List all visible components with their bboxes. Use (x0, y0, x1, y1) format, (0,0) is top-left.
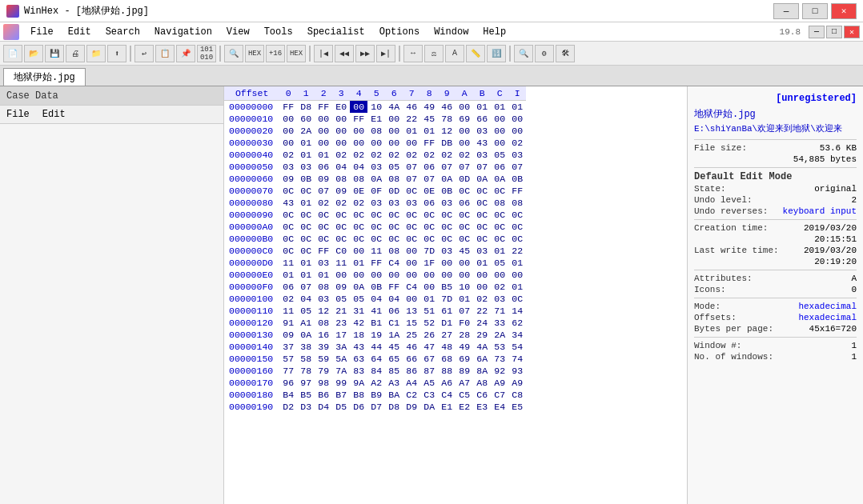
hex-cell[interactable]: 53 (491, 341, 508, 353)
hex-cell[interactable]: 00 (385, 137, 403, 149)
hex-cell[interactable]: 14 (508, 305, 526, 317)
hex-cell[interactable]: E1 (367, 113, 385, 125)
hex-cell[interactable]: 01 (420, 293, 438, 305)
menu-navigation[interactable]: Navigation (148, 25, 219, 39)
hex-cell[interactable]: 0C (297, 209, 315, 221)
minimize-button[interactable]: — (773, 3, 799, 19)
hex-cell[interactable]: 0C (438, 221, 456, 233)
hex-cell[interactable]: 22 (473, 305, 491, 317)
hex-cell[interactable]: 03 (438, 197, 456, 209)
toolbar-save[interactable]: 💾 (45, 45, 64, 62)
hex-cell[interactable]: 09 (332, 281, 350, 293)
toolbar-restore[interactable]: □ (826, 26, 842, 38)
hex-cell[interactable]: 0C (297, 233, 315, 245)
menu-file[interactable]: File (24, 25, 60, 39)
hex-cell[interactable]: 08 (315, 317, 332, 329)
hex-cell[interactable]: 47 (420, 341, 438, 353)
hex-cell[interactable]: 0A (297, 329, 315, 341)
hex-cell[interactable]: 17 (332, 329, 350, 341)
table-row[interactable]: 0000001000600000FFE10022457869660000 (224, 113, 526, 125)
hex-cell[interactable]: 00 (403, 293, 420, 305)
hex-cell[interactable]: A9 (491, 377, 508, 389)
toolbar-minimize[interactable]: — (809, 26, 825, 38)
hex-cell[interactable]: 0C (279, 233, 297, 245)
hex-cell[interactable]: E4 (491, 401, 508, 413)
hex-cell[interactable]: 01 (350, 257, 367, 269)
hex-cell[interactable]: 05 (491, 257, 508, 269)
hex-cell[interactable]: 0C (332, 209, 350, 221)
hex-cell[interactable]: 00 (438, 257, 456, 269)
hex-cell[interactable]: 0C (438, 233, 456, 245)
hex-cell[interactable]: 16 (315, 329, 332, 341)
toolbar-settings[interactable]: 🛠 (556, 45, 575, 62)
hex-cell[interactable]: 05 (491, 149, 508, 161)
hex-cell[interactable]: 0F (367, 185, 385, 197)
toolbar-undo[interactable]: ↩ (134, 45, 154, 62)
hex-cell[interactable]: 38 (297, 341, 315, 353)
hex-cell[interactable]: 7D (420, 245, 438, 257)
hex-cell[interactable]: 07 (456, 161, 473, 173)
hex-cell[interactable]: 78 (297, 365, 315, 377)
hex-cell[interactable]: 7D (438, 293, 456, 305)
hex-cell[interactable]: 45 (385, 341, 403, 353)
hex-cell[interactable]: 84 (367, 365, 385, 377)
hex-cell[interactable]: 03 (403, 197, 420, 209)
hex-cell[interactable]: 0C (297, 185, 315, 197)
hex-cell[interactable]: 0C (491, 185, 508, 197)
hex-cell[interactable]: 2A (297, 125, 315, 137)
hex-cell[interactable]: 0C (420, 221, 438, 233)
hex-cell[interactable]: 1F (420, 257, 438, 269)
hex-cell[interactable]: 12 (438, 125, 456, 137)
hex-cell[interactable]: 83 (350, 365, 367, 377)
hex-cell[interactable]: 08 (350, 173, 367, 185)
hex-cell[interactable]: 44 (367, 341, 385, 353)
toolbar-ascii[interactable]: A (445, 45, 464, 62)
hex-cell[interactable]: 0C (508, 221, 526, 233)
hex-cell[interactable]: 42 (350, 317, 367, 329)
hex-cell[interactable]: 01 (420, 125, 438, 137)
hex-cell[interactable]: B4 (279, 389, 297, 401)
hex-cell[interactable]: 0C (367, 221, 385, 233)
hex-cell[interactable]: 00 (456, 101, 473, 114)
toolbar-search2[interactable]: HEX (245, 45, 264, 62)
hex-cell[interactable]: C6 (473, 389, 491, 401)
hex-cell[interactable]: C4 (438, 389, 456, 401)
hex-cell[interactable]: 08 (491, 197, 508, 209)
hex-cell[interactable]: 07 (438, 161, 456, 173)
hex-cell[interactable]: 00 (315, 137, 332, 149)
hex-cell[interactable]: 13 (403, 305, 420, 317)
table-row[interactable]: 000000700C0C07090E0F0D0C0E0B0C0C0CFF (224, 185, 526, 197)
hex-cell[interactable]: 02 (332, 149, 350, 161)
hex-cell[interactable]: 6A (473, 353, 491, 365)
hex-cell[interactable]: 52 (420, 317, 438, 329)
hex-cell[interactable]: 68 (438, 353, 456, 365)
table-row[interactable]: 00000180B4B5B6B7B8B9BAC2C3C4C5C6C7C8 (224, 389, 526, 401)
hex-cell[interactable]: 62 (508, 317, 526, 329)
hex-cell[interactable]: 01 (315, 149, 332, 161)
hex-cell[interactable]: 00 (332, 137, 350, 149)
hex-cell[interactable]: 00 (367, 269, 385, 281)
hex-cell[interactable]: 0C (473, 221, 491, 233)
hex-cell[interactable]: 01 (297, 269, 315, 281)
hex-cell[interactable]: 37 (279, 341, 297, 353)
hex-cell[interactable]: 31 (350, 305, 367, 317)
hex-cell[interactable]: 09 (315, 173, 332, 185)
hex-cell[interactable]: 0B (438, 185, 456, 197)
hex-cell[interactable]: 0C (279, 221, 297, 233)
hex-cell[interactable]: 0C (491, 233, 508, 245)
table-row[interactable]: 000000A00C0C0C0C0C0C0C0C0C0C0C0C0C0C (224, 221, 526, 233)
hex-cell[interactable]: 0C (403, 233, 420, 245)
hex-cell[interactable]: 00 (491, 113, 508, 125)
hex-cell[interactable]: 41 (367, 305, 385, 317)
hex-cell[interactable]: 29 (473, 329, 491, 341)
hex-cell[interactable]: FF (315, 245, 332, 257)
hex-cell[interactable]: 46 (438, 101, 456, 114)
hex-cell[interactable]: A8 (473, 377, 491, 389)
hex-cell[interactable]: A1 (297, 317, 315, 329)
hex-cell[interactable]: 02 (350, 197, 367, 209)
hex-cell[interactable]: 93 (508, 365, 526, 377)
hex-cell[interactable]: 00 (279, 113, 297, 125)
hex-cell[interactable]: 03 (279, 161, 297, 173)
hex-cell[interactable]: A7 (456, 377, 473, 389)
hex-cell[interactable]: 00 (438, 269, 456, 281)
